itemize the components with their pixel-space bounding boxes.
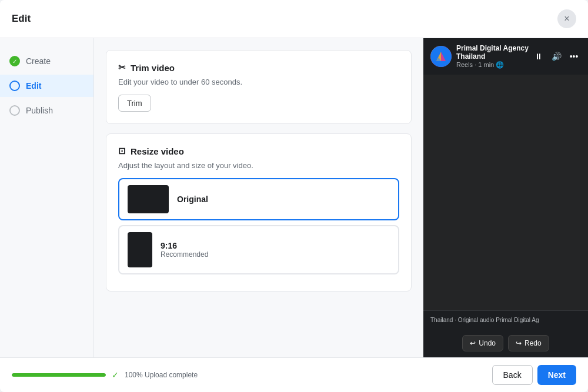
sidebar: ✓ Create Edit Publish [0, 38, 94, 357]
next-button[interactable]: Next [537, 365, 576, 385]
original-label: Original [177, 195, 208, 204]
preview-user-text: Primal Digital Agency Thailand Reels · 1… [456, 44, 532, 69]
trim-card: ✂ Trim video Edit your video to under 60… [106, 50, 412, 124]
undo-button[interactable]: ↩ Undo [462, 335, 503, 351]
sidebar-label-create: Create [26, 56, 51, 66]
step-indicator-publish [9, 105, 20, 116]
step-indicator-edit [9, 81, 20, 91]
sidebar-label-publish: Publish [26, 106, 53, 115]
progress-check-icon: ✓ [112, 370, 119, 380]
volume-button[interactable]: 🔊 [549, 49, 563, 63]
preview-controls: ⏸ 🔊 ••• [532, 49, 581, 63]
original-thumb [128, 185, 169, 213]
undo-redo-bar: ↩ Undo ↪ Redo [423, 329, 588, 357]
progress-bar-fill [12, 373, 106, 377]
scissors-icon: ✂ [118, 62, 126, 73]
check-icon: ✓ [12, 58, 17, 65]
preview-header: Primal Digital Agency Thailand Reels · 1… [423, 38, 588, 75]
main-content: ✂ Trim video Edit your video to under 60… [94, 38, 588, 357]
progress-section: ✓ 100% Upload complete [12, 370, 492, 380]
trim-subtitle: Edit your video to under 60 seconds. [118, 78, 399, 86]
resize-title: ⊡ Resize video [118, 146, 399, 156]
redo-button[interactable]: ↪ Redo [508, 335, 549, 351]
preview-meta: Reels · 1 min 🌐 [456, 61, 532, 69]
916-label: 9:16 [161, 241, 208, 250]
progress-label: 100% Upload complete [125, 371, 198, 379]
sidebar-item-edit[interactable]: Edit [0, 75, 93, 97]
footer-buttons: Back Next [492, 365, 576, 385]
close-button[interactable]: × [557, 9, 576, 28]
progress-bar-container [12, 373, 106, 377]
resize-subtitle: Adjust the layout and size of your video… [118, 161, 399, 170]
modal-body: ✓ Create Edit Publish ✂ [0, 38, 588, 357]
avatar [430, 46, 452, 67]
resize-option-original[interactable]: Original [118, 178, 399, 220]
preview-footer-text: Thailand · Original audio Primal Digital… [430, 317, 581, 323]
916-label-group: 9:16 Recommended [161, 241, 208, 259]
redo-icon: ↪ [516, 339, 522, 347]
modal: Edit × ✓ Create Edit Publish [0, 0, 588, 392]
trim-title: ✂ Trim video [118, 62, 399, 73]
more-button[interactable]: ••• [567, 49, 581, 63]
step-indicator-create: ✓ [9, 56, 20, 66]
preview-footer: Thailand · Original audio Primal Digital… [423, 310, 588, 329]
original-label-group: Original [177, 195, 208, 204]
pause-button[interactable]: ⏸ [532, 49, 546, 63]
modal-header: Edit × [0, 0, 588, 38]
resize-card: ⊡ Resize video Adjust the layout and siz… [106, 133, 412, 292]
resize-icon: ⊡ [118, 146, 126, 156]
undo-icon: ↩ [470, 339, 476, 347]
undo-label: Undo [479, 339, 496, 347]
modal-title: Edit [12, 13, 31, 25]
edit-panel: ✂ Trim video Edit your video to under 60… [94, 38, 423, 357]
redo-label: Redo [524, 339, 542, 347]
sidebar-item-create[interactable]: ✓ Create [0, 50, 93, 72]
sidebar-label-edit: Edit [26, 81, 41, 91]
916-thumb [128, 232, 152, 267]
back-button[interactable]: Back [492, 365, 533, 385]
preview-panel: Primal Digital Agency Thailand Reels · 1… [423, 38, 588, 357]
preview-username: Primal Digital Agency Thailand [456, 44, 532, 61]
modal-footer: ✓ 100% Upload complete Back Next [0, 357, 588, 392]
preview-user-info: Primal Digital Agency Thailand Reels · 1… [430, 44, 532, 69]
sidebar-item-publish[interactable]: Publish [0, 99, 93, 122]
trim-button[interactable]: Trim [118, 95, 151, 112]
916-sublabel: Recommended [161, 250, 208, 259]
resize-option-916[interactable]: 9:16 Recommended [118, 225, 399, 274]
preview-video-area [423, 75, 588, 310]
close-icon: × [564, 14, 569, 24]
